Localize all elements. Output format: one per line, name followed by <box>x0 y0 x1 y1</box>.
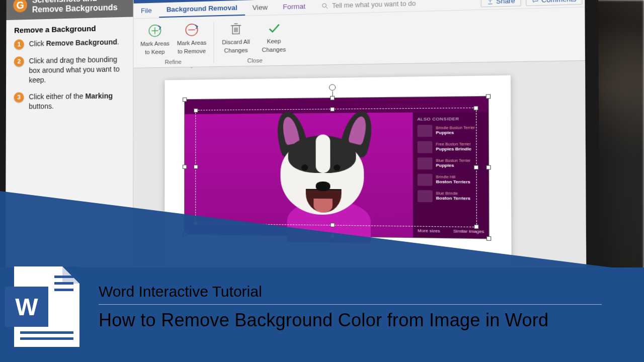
comment-icon <box>532 0 539 4</box>
btn-label-l1: Mark Areas <box>140 40 170 47</box>
ribbon-separator <box>213 22 214 63</box>
tell-me-placeholder: Tell me what you want to do <box>332 0 416 9</box>
step-text-pre: Click and drag the bounding box around w… <box>29 55 119 84</box>
keep-changes-button[interactable]: Keep Changes <box>256 17 292 56</box>
step-text-pre: Click <box>29 40 46 48</box>
mark-areas-to-remove-button[interactable]: Mark Areas to Remove <box>174 19 209 58</box>
resize-handle[interactable] <box>183 98 187 102</box>
tutorial-body: Remove a Background 1 Click Remove Backg… <box>6 17 133 125</box>
btn-label-l2: Changes <box>262 46 286 53</box>
share-label: Share <box>496 0 515 5</box>
tab-view[interactable]: View <box>245 0 275 16</box>
ribbon-group-label: Close <box>247 56 262 66</box>
step-text-bold: Remove Background <box>46 38 117 47</box>
btn-label-l1: Mark Areas <box>177 39 207 46</box>
check-icon <box>265 19 283 36</box>
crop-handle[interactable] <box>474 165 478 170</box>
crop-handle[interactable] <box>330 107 335 112</box>
svg-line-10 <box>326 7 328 8</box>
tutorial-step: 1 Click Remove Background. <box>14 37 125 50</box>
tutorial-title: Screenshots and Remove Backgrounds <box>32 0 118 15</box>
svg-point-9 <box>322 3 326 7</box>
tutorial-section-heading: Remove a Background <box>14 24 125 35</box>
btn-label-l2: to Keep <box>145 48 165 55</box>
step-text-post: . <box>117 38 119 46</box>
ribbon-group-label: Refine <box>165 58 182 67</box>
tab-file[interactable]: File <box>134 3 159 18</box>
comments-label: Comments <box>541 0 577 4</box>
step-text-pre: Click either of the <box>29 92 85 101</box>
step-number-badge: 1 <box>14 40 24 50</box>
tutorial-logo: G <box>13 0 27 13</box>
step-text: Click and drag the bounding box around w… <box>29 55 125 85</box>
banner-divider <box>99 304 602 305</box>
btn-label-l2: to Remove <box>178 48 206 55</box>
word-w-badge: W <box>5 287 48 327</box>
tutorial-step: 2 Click and drag the bounding box around… <box>14 55 125 85</box>
crop-handle[interactable] <box>473 106 478 111</box>
search-icon <box>321 2 329 10</box>
btn-label-l1: Discard All <box>222 39 250 46</box>
crop-handle[interactable] <box>194 109 198 113</box>
crop-handle[interactable] <box>194 165 198 169</box>
tab-format[interactable]: Format <box>275 0 313 15</box>
step-text: Click either of the Marking buttons. <box>29 91 125 111</box>
share-button[interactable]: Share <box>481 0 521 7</box>
rotate-handle[interactable] <box>329 84 336 90</box>
word-document-icon: W <box>14 266 79 347</box>
discard-all-changes-button[interactable]: Discard All Changes <box>218 18 254 57</box>
step-text: Click Remove Background. <box>29 37 119 49</box>
mark-areas-to-keep-button[interactable]: Mark Areas to Keep <box>138 20 173 58</box>
trash-icon <box>227 20 245 37</box>
step-number-badge: 2 <box>14 57 24 67</box>
btn-label-l1: Keep <box>267 38 281 45</box>
banner: W Word Interactive Tutorial How to Remov… <box>0 251 644 362</box>
btn-label-l2: Changes <box>224 47 248 54</box>
banner-title: Word Interactive Tutorial <box>99 283 602 300</box>
resize-handle[interactable] <box>486 94 491 99</box>
step-text-bold: Marking <box>85 92 113 100</box>
banner-subtitle: How to Remove Background Color from Imag… <box>99 310 602 331</box>
resize-handle[interactable] <box>183 165 187 169</box>
mark-remove-icon <box>183 21 200 38</box>
banner-text: Word Interactive Tutorial How to Remove … <box>99 283 602 331</box>
comments-button[interactable]: Comments <box>526 0 583 6</box>
resize-handle[interactable] <box>486 165 491 170</box>
tutorial-title-line2: Remove Backgrounds <box>32 3 118 15</box>
step-number-badge: 3 <box>14 92 24 102</box>
step-text-post: buttons. <box>29 102 54 111</box>
ribbon-group-close: Discard All Changes Keep Changes Close <box>218 17 292 66</box>
tab-background-removal[interactable]: Background Removal <box>159 1 245 18</box>
mark-keep-icon <box>146 22 163 39</box>
resize-handle[interactable] <box>330 96 335 101</box>
ribbon-group-refine: Mark Areas to Keep Mark Areas to Remove … <box>138 19 209 68</box>
tutorial-step: 3 Click either of the Marking buttons. <box>14 91 125 112</box>
share-icon <box>487 0 494 5</box>
